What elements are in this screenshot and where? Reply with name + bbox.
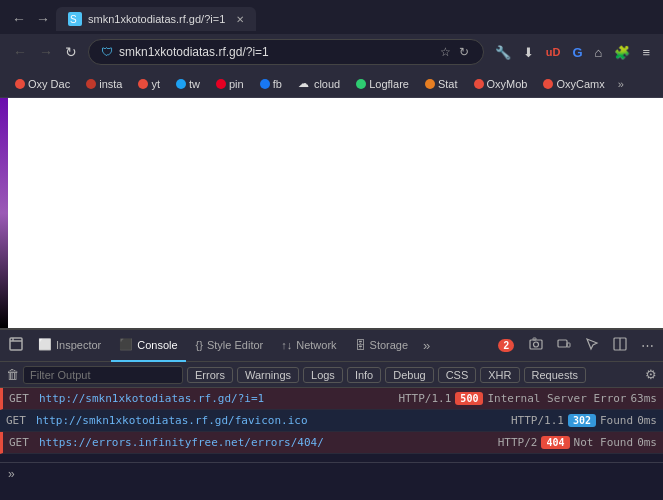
console-entry-3[interactable]: GET https://errors.infinityfree.net/erro… bbox=[0, 432, 663, 454]
entry-3-url: https://errors.infinityfree.net/errors/4… bbox=[39, 436, 498, 449]
bookmarks-more-button[interactable]: » bbox=[614, 76, 628, 92]
purple-stripe bbox=[0, 98, 8, 328]
bookmark-oxycamx-label: OxyCamx bbox=[556, 78, 604, 90]
star-button[interactable]: ☆ bbox=[438, 43, 453, 61]
entry-2-url: http://smkn1xkotodiatas.rf.gd/favicon.ic… bbox=[36, 414, 511, 427]
network-tab-label: Network bbox=[296, 339, 336, 351]
svg-rect-3 bbox=[530, 340, 542, 349]
bookmark-insta-icon bbox=[86, 79, 96, 89]
address-bar: ← → ↻ 🛡 smkn1xkotodiatas.rf.gd/?i=1 ☆ ↻ … bbox=[0, 34, 663, 70]
tab-favicon: S bbox=[68, 12, 82, 26]
bookmark-tw[interactable]: tw bbox=[169, 76, 207, 92]
console-entries: GET http://smkn1xkotodiatas.rf.gd/?i=1 H… bbox=[0, 388, 663, 462]
refresh-nav-button[interactable]: ↻ bbox=[60, 42, 82, 62]
active-tab[interactable]: S smkn1xkotodiatas.rf.gd/?i=1 ✕ bbox=[56, 7, 256, 31]
devtools-toolbar: ⬜ Inspector ⬛ Console {} Style Editor ↑↓… bbox=[0, 330, 663, 362]
svg-text:S: S bbox=[70, 14, 77, 25]
bookmark-insta[interactable]: insta bbox=[79, 76, 129, 92]
bookmark-pin[interactable]: pin bbox=[209, 76, 251, 92]
error-count-button[interactable]: 2 bbox=[492, 336, 520, 355]
bookmark-cloud-label: cloud bbox=[314, 78, 340, 90]
entry-1-method: GET bbox=[9, 392, 39, 405]
tab-network[interactable]: ↑↓ Network bbox=[273, 330, 344, 362]
filter-info-button[interactable]: Info bbox=[347, 367, 381, 383]
bookmark-pin-label: pin bbox=[229, 78, 244, 90]
devtools-tabs: ⬜ Inspector ⬛ Console {} Style Editor ↑↓… bbox=[4, 330, 435, 362]
entry-1-status-text: Internal Server Error bbox=[487, 392, 626, 405]
entry-2-status-text: Found bbox=[600, 414, 633, 427]
filter-xhr-button[interactable]: XHR bbox=[480, 367, 519, 383]
tools-button[interactable]: 🔧 bbox=[490, 43, 516, 62]
bookmark-oxycamx-icon bbox=[543, 79, 553, 89]
entry-3-protocol: HTTP/2 bbox=[498, 436, 538, 449]
menu-button[interactable]: ≡ bbox=[637, 43, 655, 62]
devtools-more-tabs-button[interactable]: » bbox=[418, 335, 435, 356]
console-entry-2[interactable]: GET http://smkn1xkotodiatas.rf.gd/favico… bbox=[0, 410, 663, 432]
ublock-button[interactable]: uD bbox=[541, 44, 566, 60]
bookmark-fb[interactable]: fb bbox=[253, 76, 289, 92]
bookmark-insta-label: insta bbox=[99, 78, 122, 90]
console-input[interactable] bbox=[21, 467, 655, 480]
bookmarks-bar: Oxy Dac insta yt tw pin fb ☁ cloud Logfl bbox=[0, 70, 663, 98]
forward-nav-button[interactable]: → bbox=[34, 42, 58, 62]
bookmark-logflare[interactable]: Logflare bbox=[349, 76, 416, 92]
tab-inspector[interactable]: ⬜ Inspector bbox=[30, 330, 109, 362]
refresh-button[interactable]: ↻ bbox=[457, 43, 471, 61]
tab-console[interactable]: ⬛ Console bbox=[111, 330, 185, 362]
bookmark-yt[interactable]: yt bbox=[131, 76, 167, 92]
split-view-button[interactable] bbox=[608, 334, 632, 357]
bookmark-oxymob-icon bbox=[474, 79, 484, 89]
svg-rect-6 bbox=[558, 340, 567, 347]
pick-element-button[interactable] bbox=[580, 334, 604, 357]
entry-2-status-badge: 302 bbox=[568, 414, 596, 427]
bookmark-oxycamx[interactable]: OxyCamx bbox=[536, 76, 611, 92]
entry-2-info: HTTP/1.1 302 Found 0ms bbox=[511, 414, 657, 427]
style-editor-tab-label: Style Editor bbox=[207, 339, 263, 351]
filter-css-button[interactable]: CSS bbox=[438, 367, 477, 383]
forward-button[interactable]: → bbox=[32, 9, 54, 29]
entry-1-protocol: HTTP/1.1 bbox=[398, 392, 451, 405]
screenshot-button[interactable] bbox=[524, 334, 548, 357]
tab-title: smkn1xkotodiatas.rf.gd/?i=1 bbox=[88, 13, 225, 25]
filter-debug-button[interactable]: Debug bbox=[385, 367, 433, 383]
bookmark-oxy-dac[interactable]: Oxy Dac bbox=[8, 76, 77, 92]
download-button[interactable]: ⬇ bbox=[518, 43, 539, 62]
url-bar[interactable]: 🛡 smkn1xkotodiatas.rf.gd/?i=1 ☆ ↻ bbox=[88, 39, 484, 65]
entry-2-protocol: HTTP/1.1 bbox=[511, 414, 564, 427]
bookmark-oxymob[interactable]: OxyMob bbox=[467, 76, 535, 92]
bookmark-cloud[interactable]: ☁ cloud bbox=[291, 75, 347, 92]
url-text: smkn1xkotodiatas.rf.gd/?i=1 bbox=[119, 45, 432, 59]
bookmark-yt-icon bbox=[138, 79, 148, 89]
filter-input[interactable] bbox=[23, 366, 183, 384]
devtools-inspect-button[interactable] bbox=[4, 334, 28, 357]
tab-storage[interactable]: 🗄 Storage bbox=[347, 330, 417, 362]
devtools-panel: ⬜ Inspector ⬛ Console {} Style Editor ↑↓… bbox=[0, 328, 663, 484]
bookmark-oxy-dac-icon bbox=[15, 79, 25, 89]
filter-logs-button[interactable]: Logs bbox=[303, 367, 343, 383]
home-button[interactable]: ⌂ bbox=[590, 43, 608, 62]
toolbar-icons: 🔧 ⬇ uD G ⌂ 🧩 ≡ bbox=[490, 43, 655, 62]
entry-3-method: GET bbox=[9, 436, 39, 449]
devtools-right-tools: 2 ⋯ bbox=[492, 334, 659, 357]
storage-tab-label: Storage bbox=[370, 339, 409, 351]
main-content bbox=[0, 98, 663, 328]
clear-console-button[interactable]: 🗑 bbox=[6, 367, 19, 382]
extensions-button[interactable]: 🧩 bbox=[609, 43, 635, 62]
tab-close-button[interactable]: ✕ bbox=[236, 14, 244, 25]
console-settings-button[interactable]: ⚙ bbox=[645, 367, 657, 382]
console-entry-1[interactable]: GET http://smkn1xkotodiatas.rf.gd/?i=1 H… bbox=[0, 388, 663, 410]
tab-style-editor[interactable]: {} Style Editor bbox=[188, 330, 272, 362]
bookmark-stat[interactable]: Stat bbox=[418, 76, 465, 92]
entry-3-info: HTTP/2 404 Not Found 0ms bbox=[498, 436, 657, 449]
address-nav: ← → ↻ bbox=[8, 42, 82, 62]
filter-warnings-button[interactable]: Warnings bbox=[237, 367, 299, 383]
filter-errors-button[interactable]: Errors bbox=[187, 367, 233, 383]
back-button[interactable]: ← bbox=[8, 9, 30, 29]
devtools-options-button[interactable]: ⋯ bbox=[636, 335, 659, 356]
responsive-design-button[interactable] bbox=[552, 334, 576, 357]
filter-requests-button[interactable]: Requests bbox=[524, 367, 586, 383]
network-tab-icon: ↑↓ bbox=[281, 339, 292, 351]
bookmark-stat-icon bbox=[425, 79, 435, 89]
google-button[interactable]: G bbox=[567, 43, 587, 62]
back-nav-button[interactable]: ← bbox=[8, 42, 32, 62]
